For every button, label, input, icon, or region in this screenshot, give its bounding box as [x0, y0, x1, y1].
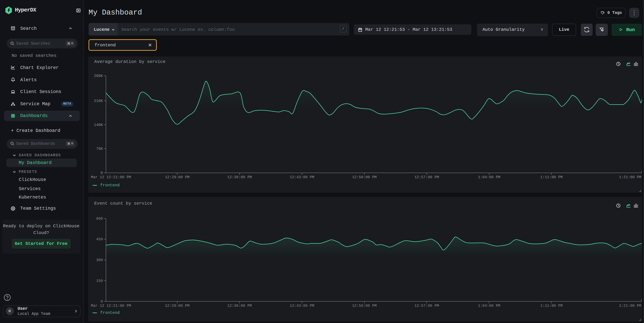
svg-text:210K: 210K — [94, 99, 103, 103]
svg-text:1:04:00 PM: 1:04:00 PM — [478, 175, 500, 179]
svg-text:450: 450 — [96, 237, 103, 241]
svg-text:12:36:00 PM: 12:36:00 PM — [228, 175, 252, 179]
svg-text:140K: 140K — [94, 123, 103, 127]
svg-text:12:43:00 PM: 12:43:00 PM — [290, 175, 314, 179]
svg-text:1:21:00 PM: 1:21:00 PM — [619, 175, 641, 179]
svg-text:Mar 12 12:21:00 PM: Mar 12 12:21:00 PM — [91, 303, 131, 308]
svg-text:70K: 70K — [96, 147, 103, 151]
svg-text:12:50:00 PM: 12:50:00 PM — [352, 175, 376, 179]
svg-text:12:57:00 PM: 12:57:00 PM — [414, 303, 439, 308]
svg-text:0: 0 — [101, 171, 103, 175]
svg-text:280K: 280K — [94, 74, 103, 78]
svg-text:300: 300 — [96, 258, 103, 262]
svg-text:0: 0 — [101, 299, 103, 303]
svg-text:1:11:00 PM: 1:11:00 PM — [540, 175, 562, 179]
svg-text:12:50:00 PM: 12:50:00 PM — [352, 303, 376, 308]
svg-text:1:04:00 PM: 1:04:00 PM — [478, 303, 500, 308]
svg-text:1:11:00 PM: 1:11:00 PM — [540, 303, 562, 308]
svg-text:12:57:00 PM: 12:57:00 PM — [414, 175, 439, 179]
svg-text:12:43:00 PM: 12:43:00 PM — [290, 303, 314, 308]
svg-text:12:29:00 PM: 12:29:00 PM — [165, 303, 190, 308]
svg-text:150: 150 — [96, 279, 103, 283]
svg-text:Mar 12 12:21:00 PM: Mar 12 12:21:00 PM — [91, 175, 131, 179]
svg-text:600: 600 — [96, 216, 103, 221]
svg-text:12:36:00 PM: 12:36:00 PM — [228, 303, 252, 308]
svg-text:12:29:00 PM: 12:29:00 PM — [165, 175, 190, 179]
svg-text:1:21:00 PM: 1:21:00 PM — [619, 303, 641, 308]
